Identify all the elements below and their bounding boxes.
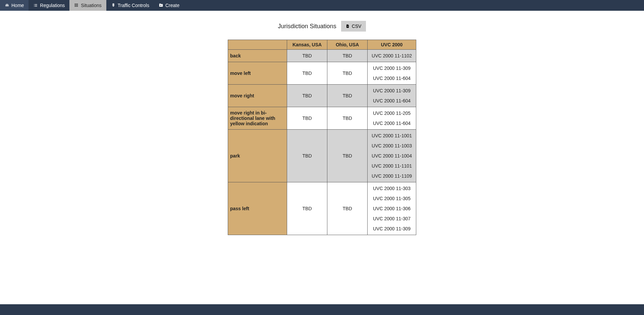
table-cell: TBD — [327, 107, 368, 130]
regulation-refs: UVC 2000 11-303UVC 2000 11-305UVC 2000 1… — [370, 184, 414, 233]
traffic-icon — [111, 3, 116, 8]
nav-item-home[interactable]: Home — [0, 0, 29, 11]
table-cell: TBD — [287, 62, 327, 85]
table-cell: UVC 2000 11-309UVC 2000 11-604 — [368, 85, 416, 107]
table-cell: TBD — [287, 107, 327, 130]
content-wrapper: Jurisdiction Situations CSV Kansas, USA … — [0, 11, 644, 249]
main-content[interactable]: Jurisdiction Situations CSV Kansas, USA … — [0, 11, 644, 304]
bottom-bar — [0, 304, 644, 315]
table-cell: TBD — [287, 130, 327, 182]
regulation-ref[interactable]: UVC 2000 11-309 — [373, 226, 411, 231]
table-cell: TBD — [287, 50, 327, 62]
regulation-refs: UVC 2000 11-1001UVC 2000 11-1003UVC 2000… — [370, 132, 414, 180]
grid-icon — [74, 3, 79, 8]
row-header[interactable]: move left — [228, 62, 287, 85]
table-cell: TBD — [327, 182, 368, 235]
file-download-icon — [346, 24, 350, 29]
table-row: move leftTBDTBDUVC 2000 11-309UVC 2000 1… — [228, 62, 416, 85]
regulation-ref[interactable]: UVC 2000 11-604 — [373, 98, 411, 103]
table-cell: TBD — [327, 85, 368, 107]
col-header[interactable]: Ohio, USA — [327, 40, 368, 50]
regulation-ref[interactable]: UVC 2000 11-306 — [373, 206, 411, 211]
regulation-refs: UVC 2000 11-1102 — [370, 52, 414, 60]
regulation-ref[interactable]: UVC 2000 11-604 — [373, 121, 411, 126]
folder-icon — [159, 3, 163, 8]
table-row: move right in bi-directional lane with y… — [228, 107, 416, 130]
regulation-ref[interactable]: UVC 2000 11-307 — [373, 216, 411, 221]
table-cell: TBD — [287, 182, 327, 235]
regulation-ref[interactable]: UVC 2000 11-1001 — [372, 133, 412, 138]
regulation-ref[interactable]: UVC 2000 11-1101 — [372, 163, 412, 169]
table-row: backTBDTBDUVC 2000 11-1102 — [228, 50, 416, 62]
nav-label: Traffic Controls — [118, 3, 149, 8]
regulation-ref[interactable]: UVC 2000 11-1004 — [372, 153, 412, 159]
col-header[interactable]: Kansas, USA — [287, 40, 327, 50]
regulation-ref[interactable]: UVC 2000 11-303 — [373, 186, 411, 191]
row-header[interactable]: move right — [228, 85, 287, 107]
table-cell: TBD — [327, 130, 368, 182]
table-cell: UVC 2000 11-303UVC 2000 11-305UVC 2000 1… — [368, 182, 416, 235]
table-row: move rightTBDTBDUVC 2000 11-309UVC 2000 … — [228, 85, 416, 107]
table-corner — [228, 40, 287, 50]
nav-item-situations[interactable]: Situations — [69, 0, 106, 11]
table-cell: UVC 2000 11-1001UVC 2000 11-1003UVC 2000… — [368, 130, 416, 182]
table-head: Kansas, USA Ohio, USA UVC 2000 — [228, 40, 416, 50]
regulation-refs: UVC 2000 11-205UVC 2000 11-604 — [370, 109, 414, 127]
table-cell: UVC 2000 11-309UVC 2000 11-604 — [368, 62, 416, 85]
table-row: pass leftTBDTBDUVC 2000 11-303UVC 2000 1… — [228, 182, 416, 235]
regulation-refs: UVC 2000 11-309UVC 2000 11-604 — [370, 64, 414, 82]
nav-item-traffic-controls[interactable]: Traffic Controls — [106, 0, 154, 11]
regulation-ref[interactable]: UVC 2000 11-1102 — [372, 53, 412, 58]
nav-label: Situations — [81, 3, 101, 8]
table-cell: UVC 2000 11-1102 — [368, 50, 416, 62]
table-row: parkTBDTBDUVC 2000 11-1001UVC 2000 11-10… — [228, 130, 416, 182]
table-cell: TBD — [287, 85, 327, 107]
table-body: backTBDTBDUVC 2000 11-1102move leftTBDTB… — [228, 50, 416, 235]
regulation-ref[interactable]: UVC 2000 11-309 — [373, 88, 411, 93]
regulation-ref[interactable]: UVC 2000 11-305 — [373, 196, 411, 201]
page-title: Jurisdiction Situations — [278, 23, 336, 30]
regulation-ref[interactable]: UVC 2000 11-205 — [373, 110, 411, 116]
regulation-ref[interactable]: UVC 2000 11-309 — [373, 65, 411, 71]
regulation-refs: UVC 2000 11-309UVC 2000 11-604 — [370, 87, 414, 105]
car-icon — [5, 3, 9, 8]
row-header[interactable]: pass left — [228, 182, 287, 235]
top-nav: Home Regulations Situations Traffic Cont… — [0, 0, 644, 11]
col-header[interactable]: UVC 2000 — [368, 40, 416, 50]
row-header[interactable]: move right in bi-directional lane with y… — [228, 107, 287, 130]
situations-table: Kansas, USA Ohio, USA UVC 2000 backTBDTB… — [228, 40, 416, 235]
table-cell: UVC 2000 11-205UVC 2000 11-604 — [368, 107, 416, 130]
nav-label: Regulations — [40, 3, 65, 8]
row-header[interactable]: back — [228, 50, 287, 62]
regulation-ref[interactable]: UVC 2000 11-1109 — [372, 173, 412, 179]
list-icon — [33, 3, 38, 8]
table-cell: TBD — [327, 50, 368, 62]
csv-button-label: CSV — [352, 24, 362, 29]
row-header[interactable]: park — [228, 130, 287, 182]
nav-item-regulations[interactable]: Regulations — [29, 0, 69, 11]
nav-label: Home — [11, 3, 24, 8]
csv-button[interactable]: CSV — [341, 21, 366, 32]
nav-label: Create — [165, 3, 179, 8]
regulation-ref[interactable]: UVC 2000 11-1003 — [372, 143, 412, 148]
nav-item-create[interactable]: Create — [154, 0, 184, 11]
table-cell: TBD — [327, 62, 368, 85]
regulation-ref[interactable]: UVC 2000 11-604 — [373, 76, 411, 81]
title-row: Jurisdiction Situations CSV — [278, 21, 366, 32]
